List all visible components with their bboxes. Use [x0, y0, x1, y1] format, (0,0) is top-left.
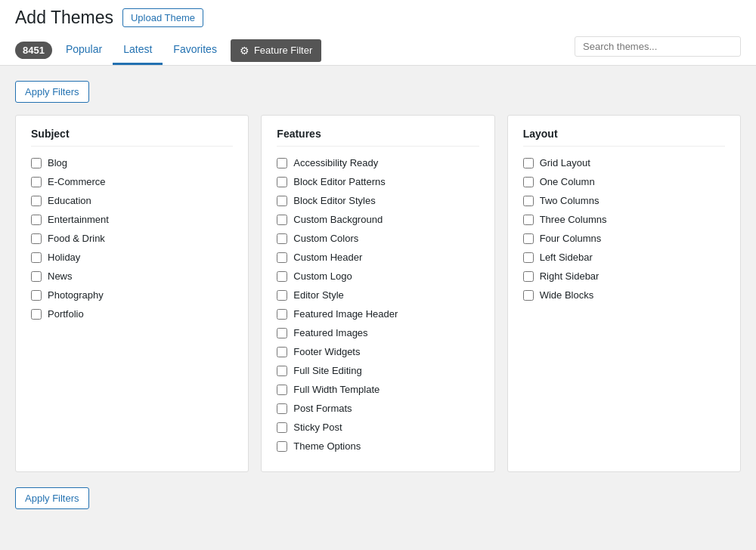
layout-four-columns-checkbox[interactable]	[523, 233, 534, 244]
upload-theme-button[interactable]: Upload Theme	[122, 8, 203, 27]
subject-news-label[interactable]: News	[48, 270, 73, 282]
tab-latest[interactable]: Latest	[113, 36, 163, 65]
subject-ecommerce-checkbox[interactable]	[31, 177, 42, 187]
feature-post-formats-label[interactable]: Post Formats	[293, 403, 352, 414]
list-item: E-Commerce	[31, 176, 233, 187]
list-item: Custom Header	[277, 252, 479, 263]
subject-news-checkbox[interactable]	[31, 271, 42, 282]
feature-custom-colors-label[interactable]: Custom Colors	[293, 233, 358, 244]
list-item: Grid Layout	[523, 157, 725, 168]
subject-holiday-checkbox[interactable]	[31, 252, 42, 263]
layout-two-columns-checkbox[interactable]	[523, 196, 534, 206]
list-item: Food & Drink	[31, 233, 233, 244]
subject-portfolio-label[interactable]: Portfolio	[48, 308, 84, 320]
layout-three-columns-label[interactable]: Three Columns	[540, 214, 607, 225]
tab-popular[interactable]: Popular	[55, 36, 113, 65]
layout-four-columns-label[interactable]: Four Columns	[540, 233, 602, 244]
layout-panel: Layout Grid Layout One Column Two Column…	[507, 115, 741, 472]
list-item: Photography	[31, 289, 233, 301]
feature-featured-images-label[interactable]: Featured Images	[293, 327, 367, 338]
list-item: Footer Widgets	[277, 346, 479, 357]
list-item: Entertainment	[31, 214, 233, 225]
feature-featured-image-header-label[interactable]: Featured Image Header	[293, 308, 398, 320]
feature-featured-image-header-checkbox[interactable]	[277, 309, 287, 320]
subject-food-label[interactable]: Food & Drink	[48, 233, 105, 244]
features-panel-title: Features	[277, 128, 479, 147]
layout-panel-title: Layout	[523, 128, 725, 147]
feature-footer-widgets-label[interactable]: Footer Widgets	[293, 346, 360, 357]
feature-filter-button[interactable]: ⚙ Feature Filter	[231, 39, 321, 62]
layout-wide-blocks-checkbox[interactable]	[523, 290, 534, 301]
feature-full-site-editing-label[interactable]: Full Site Editing	[293, 365, 361, 376]
gear-icon: ⚙	[240, 45, 249, 57]
list-item: One Column	[523, 176, 725, 187]
layout-one-column-label[interactable]: One Column	[540, 176, 595, 187]
layout-wide-blocks-label[interactable]: Wide Blocks	[540, 289, 594, 301]
list-item: Featured Images	[277, 327, 479, 338]
feature-accessibility-label[interactable]: Accessibility Ready	[293, 157, 378, 168]
feature-accessibility-checkbox[interactable]	[277, 158, 287, 168]
list-item: Two Columns	[523, 195, 725, 206]
subject-photography-checkbox[interactable]	[31, 290, 42, 301]
layout-two-columns-label[interactable]: Two Columns	[540, 195, 600, 206]
feature-block-styles-label[interactable]: Block Editor Styles	[293, 195, 375, 206]
feature-editor-style-label[interactable]: Editor Style	[293, 289, 343, 301]
feature-editor-style-checkbox[interactable]	[277, 290, 287, 301]
subject-entertainment-checkbox[interactable]	[31, 215, 42, 225]
list-item: Custom Logo	[277, 270, 479, 282]
feature-custom-bg-label[interactable]: Custom Background	[293, 214, 383, 225]
layout-left-sidebar-label[interactable]: Left Sidebar	[540, 252, 593, 263]
subject-entertainment-label[interactable]: Entertainment	[48, 214, 109, 225]
feature-custom-colors-checkbox[interactable]	[277, 233, 287, 244]
subject-portfolio-checkbox[interactable]	[31, 309, 42, 320]
feature-full-width-template-checkbox[interactable]	[277, 385, 287, 395]
layout-one-column-checkbox[interactable]	[523, 177, 534, 187]
feature-custom-header-checkbox[interactable]	[277, 252, 287, 263]
apply-filters-button-bottom[interactable]: Apply Filters	[15, 487, 89, 509]
feature-theme-options-checkbox[interactable]	[277, 441, 287, 452]
feature-block-styles-checkbox[interactable]	[277, 196, 287, 206]
layout-right-sidebar-checkbox[interactable]	[523, 271, 534, 282]
subject-ecommerce-label[interactable]: E-Commerce	[48, 176, 106, 187]
feature-custom-bg-checkbox[interactable]	[277, 215, 287, 225]
page-header: Add Themes Upload Theme 8451 Popular Lat…	[0, 0, 756, 66]
list-item: Block Editor Patterns	[277, 176, 479, 187]
subject-holiday-label[interactable]: Holiday	[48, 252, 80, 263]
subject-education-checkbox[interactable]	[31, 196, 42, 206]
list-item: Sticky Post	[277, 422, 479, 433]
feature-custom-header-label[interactable]: Custom Header	[293, 252, 362, 263]
feature-block-patterns-checkbox[interactable]	[277, 177, 287, 187]
list-item: News	[31, 270, 233, 282]
list-item: Full Width Template	[277, 384, 479, 395]
feature-post-formats-checkbox[interactable]	[277, 403, 287, 414]
feature-full-site-editing-checkbox[interactable]	[277, 366, 287, 376]
feature-footer-widgets-checkbox[interactable]	[277, 347, 287, 357]
feature-filter-label: Feature Filter	[254, 45, 312, 56]
feature-custom-logo-label[interactable]: Custom Logo	[293, 270, 352, 282]
subject-education-label[interactable]: Education	[48, 195, 91, 206]
feature-featured-images-checkbox[interactable]	[277, 328, 287, 338]
feature-block-patterns-label[interactable]: Block Editor Patterns	[293, 176, 385, 187]
list-item: Four Columns	[523, 233, 725, 244]
layout-three-columns-checkbox[interactable]	[523, 215, 534, 225]
feature-sticky-post-label[interactable]: Sticky Post	[293, 422, 342, 433]
subject-blog-checkbox[interactable]	[31, 158, 42, 168]
feature-theme-options-label[interactable]: Theme Options	[293, 440, 361, 452]
layout-grid-checkbox[interactable]	[523, 158, 534, 168]
subject-blog-label[interactable]: Blog	[48, 157, 67, 168]
layout-right-sidebar-label[interactable]: Right Sidebar	[540, 270, 600, 282]
list-item: Right Sidebar	[523, 270, 725, 282]
layout-grid-label[interactable]: Grid Layout	[540, 157, 590, 168]
page-title: Add Themes	[15, 8, 113, 28]
tab-favorites[interactable]: Favorites	[163, 36, 228, 65]
bottom-apply-area: Apply Filters	[15, 487, 741, 521]
apply-filters-button-top[interactable]: Apply Filters	[15, 81, 89, 103]
list-item: Wide Blocks	[523, 289, 725, 301]
subject-food-checkbox[interactable]	[31, 233, 42, 244]
feature-sticky-post-checkbox[interactable]	[277, 422, 287, 433]
feature-full-width-template-label[interactable]: Full Width Template	[293, 384, 380, 395]
feature-custom-logo-checkbox[interactable]	[277, 271, 287, 282]
subject-photography-label[interactable]: Photography	[48, 289, 104, 301]
search-input[interactable]	[575, 36, 741, 57]
layout-left-sidebar-checkbox[interactable]	[523, 252, 534, 263]
